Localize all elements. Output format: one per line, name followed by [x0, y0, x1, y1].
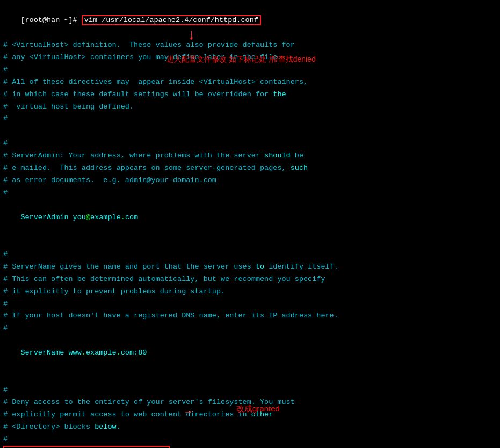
comment-line-1: # <VirtualHost> definition. These values… — [3, 39, 497, 52]
command-text: vim /usr/local/apache2.4/conf/httpd.conf — [82, 15, 261, 25]
granted-annotation: 改成granted — [236, 404, 280, 414]
comment-line-13: # — [3, 249, 497, 261]
comment-line-8: # — [3, 138, 497, 150]
terminal-window: [root@han ~]# vim /usr/local/apache2.4/c… — [0, 0, 500, 448]
comment-line-12: # — [3, 187, 497, 199]
serveradmin-line: ServerAdmin you@example.com — [3, 199, 497, 236]
directory-block: <Directory /> AllowOverride none Require… — [3, 446, 170, 448]
comment-line-14: # ServerName gives the name and port tha… — [3, 261, 497, 273]
comment-line-5: # in which case these default settings w… — [3, 89, 497, 101]
comment-line-18: # If your host doesn't have a registered… — [3, 310, 497, 322]
prompt-line: [root@han ~]# vim /usr/local/apache2.4/c… — [3, 2, 497, 39]
comment-line-11: # as error documents. e.g. admin@your-do… — [3, 175, 497, 187]
blank-line-1 — [3, 125, 497, 138]
comment-line-15: # This can often be determined automatic… — [3, 273, 497, 286]
comment-line-17: # — [3, 298, 497, 310]
comment-line-3: # — [3, 64, 497, 76]
blank-line-3 — [3, 372, 497, 384]
down-arrow-icon: ↓ — [187, 27, 196, 44]
servername-line: ServerName www.example.com:80 — [3, 335, 497, 372]
comment-line-6: # virtual host being defined. — [3, 101, 497, 113]
comment-line-24: # — [3, 433, 497, 446]
comment-line-7: # — [3, 113, 497, 125]
comment-line-4: # All of these directives may appear ins… — [3, 76, 497, 89]
annotation-chinese: 进入配置文件修改 如下标记处 用/查找denied — [166, 55, 316, 64]
comment-line-16: # it explicitly to prevent problems duri… — [3, 286, 497, 298]
blank-line-2 — [3, 236, 497, 249]
comment-line-20: # — [3, 384, 497, 396]
prompt-text: [root@han ~]# — [20, 16, 81, 24]
comment-line-19: # — [3, 322, 497, 335]
right-arrow-icon: → — [185, 407, 191, 417]
comment-line-10: # e-mailed. This address appears on some… — [3, 162, 497, 175]
comment-line-9: # ServerAdmin: Your address, where probl… — [3, 150, 497, 162]
comment-line-23: # <Directory> blocks below. — [3, 421, 497, 433]
